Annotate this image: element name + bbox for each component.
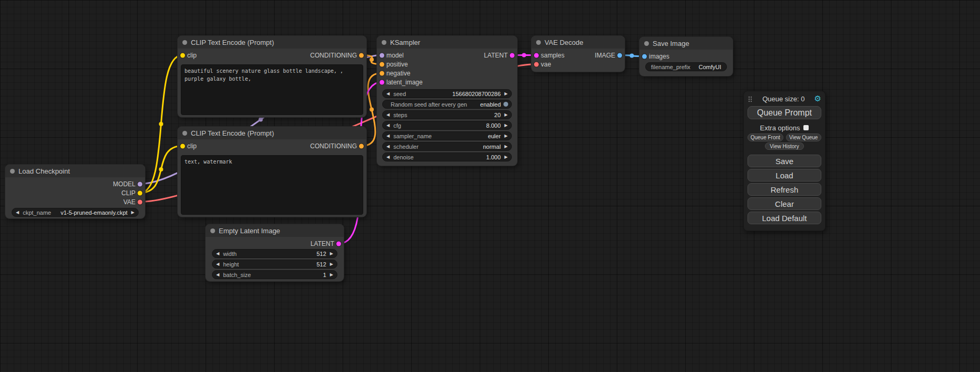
- collapse-icon[interactable]: [10, 169, 15, 174]
- sampler-name-widget[interactable]: ◀ sampler_name euler ▶: [382, 131, 512, 140]
- node-header[interactable]: Save Image: [639, 37, 733, 50]
- decrement-arrow-icon[interactable]: ◀: [385, 113, 391, 117]
- wire-midpoint-dot: [522, 53, 526, 58]
- clear-button[interactable]: Clear: [748, 197, 821, 210]
- vae-output-dot[interactable]: [138, 199, 142, 204]
- clip-input-dot[interactable]: [180, 53, 185, 58]
- decrement-arrow-icon[interactable]: ◀: [215, 273, 220, 277]
- increment-arrow-icon[interactable]: ▶: [503, 123, 509, 128]
- positive-input-dot[interactable]: [380, 62, 384, 66]
- positive-prompt-textarea[interactable]: beautiful scenery nature glass bottle la…: [181, 64, 363, 115]
- decrement-arrow-icon[interactable]: ◀: [385, 155, 391, 159]
- decrement-arrow-icon[interactable]: ◀: [385, 134, 391, 138]
- image-output-dot[interactable]: [617, 53, 622, 58]
- samples-input-dot[interactable]: [534, 53, 539, 58]
- images-input-dot[interactable]: [642, 54, 647, 59]
- steps-widget[interactable]: ◀ steps 20 ▶: [382, 110, 512, 119]
- widget-value: 512: [316, 261, 326, 268]
- height-widget[interactable]: ◀ height 512 ▶: [212, 260, 337, 269]
- collapse-icon[interactable]: [182, 40, 187, 45]
- increment-arrow-icon[interactable]: ▶: [503, 134, 509, 138]
- latent-output-dot[interactable]: [510, 53, 515, 58]
- collapse-icon[interactable]: [382, 40, 386, 45]
- latent-output-dot[interactable]: [336, 241, 341, 246]
- node-header[interactable]: Empty Latent Image: [206, 224, 344, 237]
- increment-arrow-icon[interactable]: ▶: [329, 262, 334, 266]
- node-load-checkpoint[interactable]: Load Checkpoint MODEL CLIP VAE ◀ ckpt_na…: [5, 165, 145, 218]
- wire-midpoint-dot: [630, 54, 634, 58]
- node-header[interactable]: Load Checkpoint: [5, 165, 145, 177]
- seed-widget[interactable]: ◀ seed 156680208700286 ▶: [382, 89, 512, 98]
- load-default-button[interactable]: Load Default: [748, 212, 821, 224]
- increment-arrow-icon[interactable]: ▶: [130, 211, 135, 215]
- clip-input-label: clip: [187, 52, 197, 59]
- load-button[interactable]: Load: [748, 169, 821, 182]
- widget-label: height: [223, 261, 239, 268]
- decrement-arrow-icon[interactable]: ◀: [215, 262, 220, 266]
- latent-output-label: LATENT: [484, 52, 508, 59]
- widget-label: seed: [393, 91, 406, 97]
- filename-prefix-widget[interactable]: filename_prefix ComfyUI: [645, 62, 727, 71]
- decrement-arrow-icon[interactable]: ◀: [385, 92, 391, 96]
- refresh-button[interactable]: Refresh: [748, 183, 821, 196]
- negative-input-dot[interactable]: [380, 71, 384, 75]
- model-output-dot[interactable]: [138, 182, 142, 186]
- node-clip-text-encode-positive[interactable]: CLIP Text Encode (Prompt) clip CONDITION…: [178, 36, 366, 117]
- increment-arrow-icon[interactable]: ▶: [329, 273, 334, 277]
- increment-arrow-icon[interactable]: ▶: [503, 155, 509, 159]
- scheduler-widget[interactable]: ◀ scheduler normal ▶: [382, 142, 512, 151]
- node-header[interactable]: CLIP Text Encode (Prompt): [178, 127, 366, 139]
- decrement-arrow-icon[interactable]: ◀: [215, 252, 220, 256]
- toggle-dot-icon[interactable]: [503, 102, 508, 107]
- widget-label: batch_size: [223, 272, 251, 278]
- widget-value: 156680208700286: [452, 91, 501, 97]
- node-vae-decode[interactable]: VAE Decode samples IMAGE vae: [531, 36, 625, 72]
- view-queue-button[interactable]: View Queue: [786, 133, 822, 141]
- clip-input-dot[interactable]: [180, 144, 185, 148]
- random-seed-toggle-widget[interactable]: Random seed after every gen enabled: [382, 100, 512, 109]
- batch-size-widget[interactable]: ◀ batch_size 1 ▶: [212, 270, 337, 279]
- node-save-image[interactable]: Save Image images filename_prefix ComfyU…: [639, 37, 733, 76]
- node-clip-text-encode-negative[interactable]: CLIP Text Encode (Prompt) clip CONDITION…: [178, 127, 366, 217]
- drag-handle-icon[interactable]: [748, 96, 753, 103]
- slot-row: samples IMAGE: [531, 51, 625, 60]
- slot-row: LATENT: [206, 239, 344, 248]
- node-header[interactable]: CLIP Text Encode (Prompt): [178, 36, 366, 49]
- collapse-icon[interactable]: [182, 131, 187, 136]
- widget-label: Random seed after every gen: [391, 101, 467, 108]
- conditioning-output-dot[interactable]: [359, 53, 364, 58]
- graph-canvas[interactable]: Load Checkpoint MODEL CLIP VAE ◀ ckpt_na…: [0, 0, 980, 372]
- increment-arrow-icon[interactable]: ▶: [503, 92, 509, 96]
- vae-input-dot[interactable]: [534, 62, 539, 66]
- increment-arrow-icon[interactable]: ▶: [503, 145, 509, 149]
- decrement-arrow-icon[interactable]: ◀: [385, 123, 391, 128]
- increment-arrow-icon[interactable]: ▶: [503, 113, 509, 117]
- clip-output-dot[interactable]: [138, 190, 142, 195]
- queue-front-button[interactable]: Queue Front: [748, 133, 783, 141]
- save-button[interactable]: Save: [748, 155, 821, 167]
- decrement-arrow-icon[interactable]: ◀: [15, 211, 20, 215]
- collapse-icon[interactable]: [210, 228, 215, 233]
- collapse-icon[interactable]: [644, 41, 649, 46]
- decrement-arrow-icon[interactable]: ◀: [385, 145, 391, 149]
- slot-row: VAE: [5, 197, 145, 206]
- view-history-button[interactable]: View History: [765, 142, 804, 150]
- node-header[interactable]: KSampler: [377, 36, 517, 49]
- negative-prompt-textarea[interactable]: text, watermark: [181, 155, 363, 215]
- ckpt-name-widget[interactable]: ◀ ckpt_name v1-5-pruned-emaonly.ckpt ▶: [12, 208, 139, 217]
- width-widget[interactable]: ◀ width 512 ▶: [212, 249, 337, 258]
- extra-options-checkbox[interactable]: [803, 125, 809, 130]
- node-header[interactable]: VAE Decode: [531, 36, 625, 49]
- cfg-widget[interactable]: ◀ cfg 8.000 ▶: [382, 121, 512, 130]
- increment-arrow-icon[interactable]: ▶: [329, 252, 334, 256]
- queue-prompt-button[interactable]: Queue Prompt: [748, 106, 821, 119]
- settings-gear-icon[interactable]: ⚙: [814, 95, 821, 103]
- model-input-dot[interactable]: [380, 53, 384, 58]
- node-empty-latent-image[interactable]: Empty Latent Image LATENT ◀ width 512 ▶ …: [206, 224, 344, 281]
- denoise-widget[interactable]: ◀ denoise 1.000 ▶: [382, 152, 512, 161]
- latent-image-input-dot[interactable]: [380, 80, 384, 84]
- widget-value: ComfyUI: [698, 64, 721, 70]
- conditioning-output-dot[interactable]: [359, 144, 364, 148]
- node-ksampler[interactable]: KSampler model LATENT positive negative …: [377, 36, 517, 166]
- collapse-icon[interactable]: [536, 40, 541, 45]
